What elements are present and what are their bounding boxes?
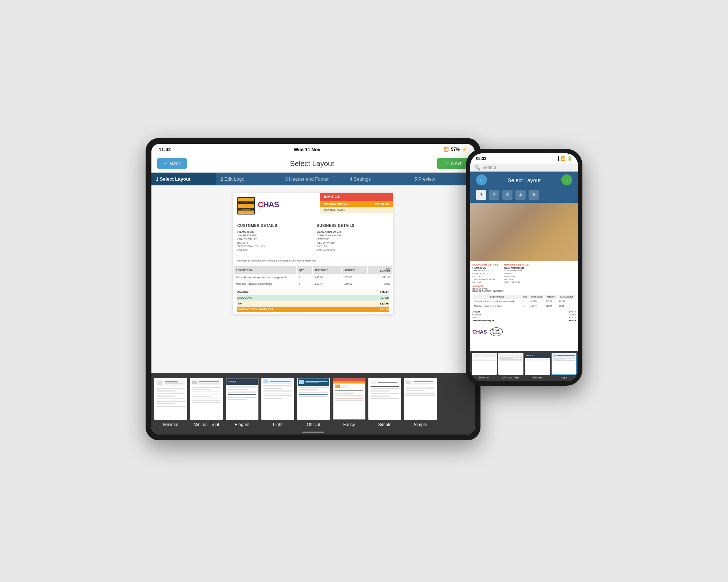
layout-minimal[interactable]: Minimal <box>154 378 187 427</box>
layout-simple-2[interactable]: Simple <box>404 378 437 427</box>
step-2[interactable]: 2 Edit Logo <box>216 173 281 185</box>
back-button[interactable]: ← Back <box>157 158 187 169</box>
business-heading: BUSINESS DETAILS <box>317 224 389 228</box>
phone-time: 08:32 <box>476 156 486 161</box>
tablet-status-right: 📶 57% ⚡ <box>443 147 467 152</box>
thumb-line <box>299 387 328 388</box>
thumb-line <box>192 389 211 390</box>
phone-thumb-light-lines <box>552 358 576 362</box>
thumb-line <box>270 381 290 382</box>
chas-c-phone: C <box>472 329 476 335</box>
phone-signal-icon: ▐ <box>556 156 559 161</box>
phone-row2-unit: £19.47 <box>529 304 544 308</box>
thumb-line <box>157 390 175 392</box>
thumb-logo <box>371 381 376 384</box>
phone-vat-label: VAT <box>472 316 476 319</box>
step-1[interactable]: 1 Select Layout <box>151 173 216 185</box>
thumb-line <box>157 393 185 394</box>
thumb-divider <box>192 398 221 398</box>
phone-business-name: BENJAMIN DYER <box>504 267 529 270</box>
row2-qty: 1 <box>297 281 312 287</box>
phone-layout-minimal[interactable]: Minimal <box>472 353 497 379</box>
scroll-indicator <box>151 430 475 434</box>
thumb-divider <box>264 393 292 394</box>
step-5[interactable]: 5 Preview <box>410 173 475 185</box>
phone-thumb-line <box>473 358 496 358</box>
thumb-fancy-img <box>333 378 365 420</box>
th-qty: QTY <box>297 266 312 274</box>
phone-layout-light[interactable]: Light <box>551 353 577 379</box>
phone-thumb-line <box>557 355 575 356</box>
next-button[interactable]: → Next <box>437 158 469 169</box>
invoice-table-head: DESCRIPTION QTY UNIT COST AMOUNT VATAMOU… <box>234 266 392 274</box>
phone-invoice-details: CUSTOMER DETAILS FILMS R US 3 HIGH STREE… <box>470 261 578 338</box>
phone-layout-minimal-tight[interactable]: Minimal Tight <box>498 353 523 379</box>
phone-chas-logo: CHAS <box>472 329 487 335</box>
thumb-line <box>199 381 219 382</box>
step-4-label: 4 Settings <box>350 176 371 182</box>
preview-area: gas safe REGISTER CHAS ™ <box>151 185 475 373</box>
step-3[interactable]: 3 Header and Footer <box>281 173 345 185</box>
thumb-light-header <box>262 378 293 384</box>
phone-table-header-row: DESCRIPTION QTY UNIT COST AMOUNT VAT AMO… <box>473 295 575 299</box>
chas-subtitle: ™ <box>258 209 279 212</box>
phone-search-text: Search <box>482 165 496 170</box>
phone-thumb-line <box>526 359 549 359</box>
thumb-elegant-img: INVOICE <box>226 378 258 420</box>
row1-vat: £11.40 <box>368 275 392 280</box>
battery-percent: 57% <box>451 147 460 152</box>
thumb-line <box>157 401 185 402</box>
phone-step-2[interactable]: 2 <box>489 190 499 200</box>
step-4[interactable]: 4 Settings <box>345 173 410 185</box>
phone-thumb-elegant: INVOICE <box>525 353 550 375</box>
payment-note: Payment to be taken after the job is com… <box>233 256 393 265</box>
thumb-line <box>371 396 389 397</box>
thumb-line <box>157 396 175 397</box>
phone-discount-label: Discount <box>472 314 481 316</box>
phone-table-head: DESCRIPTION QTY UNIT COST AMOUNT VAT AMO… <box>473 295 575 299</box>
thumb-line <box>299 396 328 397</box>
layout-official[interactable]: Official <box>297 378 330 427</box>
phone-step-5[interactable]: 5 <box>529 190 539 200</box>
thumb-minimal-img <box>154 378 187 420</box>
phone-invoice-img <box>470 203 578 261</box>
phone-next-button[interactable]: → <box>561 174 572 185</box>
thumb-simple2-header <box>406 380 435 385</box>
total-discount-value: -£7.65 <box>380 296 389 299</box>
invoice-logo-area: gas safe REGISTER CHAS ™ <box>233 193 320 219</box>
phone-thumb-elegant-lines <box>525 358 550 362</box>
thumb-simple-header <box>371 380 399 385</box>
phone-step-1[interactable]: 1 <box>476 190 486 200</box>
phone-status-icons: ▐ 📶 🔋 <box>556 156 572 161</box>
thumb-line-group <box>376 381 399 384</box>
phone-grand-value: £82.59 <box>569 319 576 322</box>
phone-th-unit: UNIT COST <box>529 295 544 299</box>
layout-official-label: Official <box>307 422 320 427</box>
table-row: To install sink unit, gas hob and run pi… <box>473 299 575 303</box>
thumb-line <box>335 393 354 394</box>
layout-fancy[interactable]: Fancy <box>333 378 365 427</box>
phone-grand-label: Amount Including VAT <box>472 319 496 322</box>
phone-invoice-table: DESCRIPTION QTY UNIT COST AMOUNT VAT AMO… <box>472 294 576 309</box>
thumb-line <box>264 390 292 392</box>
thumb-logo <box>192 381 197 384</box>
thumb-line <box>192 392 221 392</box>
phone-customer-row: CUSTOMER DETAILS FILMS R US 3 HIGH STREE… <box>472 263 576 284</box>
phone-step-3[interactable]: 3 <box>502 190 513 200</box>
layout-simple[interactable]: Simple <box>368 378 401 427</box>
phone-back-button[interactable]: ← <box>476 174 487 185</box>
layout-minimal-tight[interactable]: Minimal Tight <box>190 378 223 427</box>
phone-row2-amount: £19.47 <box>545 304 557 308</box>
phone-step-4[interactable]: 4 <box>515 190 526 200</box>
phone-layout-elegant[interactable]: INVOICE Elegant <box>525 353 550 379</box>
thumb-line <box>414 383 433 384</box>
phone-search-bar[interactable]: 🔍 Search <box>470 164 578 172</box>
layout-elegant[interactable]: INVOICE Elegant <box>226 378 258 427</box>
phone-th-qty: QTY <box>522 295 529 299</box>
invoice-preview: gas safe REGISTER CHAS ™ <box>233 193 393 314</box>
wifi-icon: 📶 <box>443 147 449 152</box>
phone-thumb-header <box>499 354 522 357</box>
phone-vat-value: £13.76 <box>569 316 576 319</box>
layout-light[interactable]: Light <box>261 378 294 427</box>
layout-strip: Minimal <box>151 373 475 430</box>
